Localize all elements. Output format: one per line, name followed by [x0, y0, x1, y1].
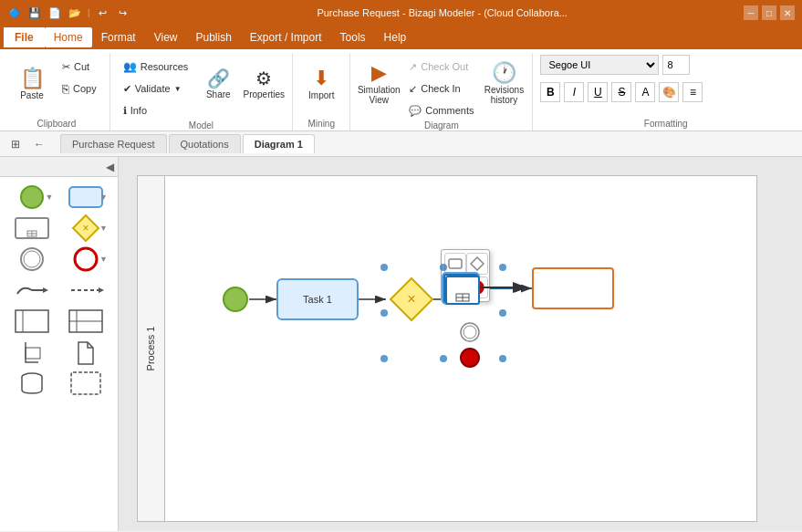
formatting-content: Segoe UI Arial Times New Roman B I U S A… [540, 55, 791, 119]
resources-icon: 👥 [123, 60, 137, 73]
svg-rect-19 [26, 348, 40, 359]
new-icon[interactable]: 📄 [47, 5, 62, 20]
menu-view[interactable]: View [145, 27, 187, 47]
italic-button[interactable]: I [564, 82, 584, 102]
font-size-input[interactable] [662, 55, 690, 75]
paste-button[interactable]: 📋 Paste [11, 55, 53, 111]
text-annotation-tool[interactable] [5, 338, 58, 367]
validate-button[interactable]: ✔ Validate ▼ [118, 78, 194, 99]
group-tool[interactable] [60, 369, 113, 398]
gateway-tool[interactable]: × ▼ [60, 214, 113, 243]
highlight-button[interactable]: 🎨 [659, 82, 679, 102]
back-button[interactable]: ← [29, 134, 49, 154]
maximize-button[interactable]: □ [762, 5, 776, 20]
task-dropdown[interactable]: ▼ [99, 193, 108, 202]
share-button[interactable]: 🔗 Share [197, 55, 239, 111]
share-label: Share [206, 89, 231, 99]
properties-button[interactable]: ⚙ Properties [243, 55, 285, 111]
svg-point-42 [499, 264, 506, 271]
tab-diagram-1[interactable]: Diagram 1 [243, 134, 315, 153]
start-event-tool[interactable]: ▼ [5, 183, 58, 212]
tab-quotations[interactable]: Quotations [169, 134, 241, 153]
validate-icon: ✔ [123, 83, 131, 95]
cut-button[interactable]: ✂ Cut [57, 57, 102, 77]
task-tool[interactable]: ▼ [60, 183, 113, 212]
resources-label: Resources [141, 61, 189, 72]
main-area: ◀ ▼ ▼ [0, 157, 802, 531]
menu-help[interactable]: Help [375, 27, 416, 47]
open-icon[interactable]: 📂 [68, 5, 82, 20]
simulation-view-button[interactable]: ▶ SimulationView [358, 55, 400, 111]
strikethrough-button[interactable]: S [611, 82, 631, 102]
revisions-history-button[interactable]: 🕐 Revisionshistory [483, 55, 525, 111]
zoom-toggle-button[interactable]: ⊞ [5, 134, 26, 154]
menu-file[interactable]: File [4, 27, 45, 47]
menu-tools[interactable]: Tools [331, 27, 375, 47]
collapse-panel-button[interactable]: ◀ [106, 161, 114, 173]
model-left-col: 👥 Resources ✔ Validate ▼ ℹ Info [118, 55, 194, 120]
check-in-button[interactable]: ↙ Check In [403, 78, 479, 99]
canvas-area[interactable]: Process 1 [119, 157, 802, 531]
cut-icon: ✂ [62, 61, 70, 73]
gateway-dropdown[interactable]: ▼ [99, 224, 108, 233]
minimize-button[interactable]: ─ [744, 5, 758, 20]
start-event-dropdown[interactable]: ▼ [46, 193, 54, 202]
mining-group: ⬇ Import Mining [293, 53, 350, 130]
subprocess-icon [14, 216, 50, 240]
menu-export-import[interactable]: Export / Import [241, 27, 331, 47]
end-event-filled-element[interactable] [460, 348, 480, 370]
intermediate-event-tool[interactable] [5, 245, 58, 274]
simulation-label: SimulationView [358, 85, 401, 105]
check-out-button[interactable]: ↗ Check Out [403, 57, 479, 77]
info-label: Info [130, 105, 147, 116]
title-bar: 🔷 💾 📄 📂 | ↩ ↪ Purchase Request - Bizagi … [0, 0, 802, 26]
save-icon[interactable]: 💾 [27, 5, 42, 20]
subprocess-tool[interactable] [5, 214, 58, 243]
info-button[interactable]: ℹ Info [118, 100, 194, 120]
diagram-label: Diagram [358, 120, 525, 132]
end-event-tool[interactable]: ▼ [60, 245, 113, 274]
tab-purchase-request[interactable]: Purchase Request [60, 134, 167, 153]
selected-subprocess[interactable] [443, 274, 478, 303]
menu-publish[interactable]: Publish [187, 27, 241, 47]
data-store-tool[interactable] [5, 369, 58, 398]
gateway-icon: × [71, 214, 100, 243]
bold-button[interactable]: B [540, 82, 560, 102]
import-button[interactable]: ⬇ Import [300, 55, 342, 111]
import-icon: ⬇ [313, 67, 329, 90]
mining-content: ⬇ Import [300, 55, 342, 119]
close-button[interactable]: ✕ [780, 5, 795, 20]
check-in-icon: ↙ [409, 83, 417, 95]
start-event[interactable] [222, 286, 249, 316]
undo-icon[interactable]: ↩ [95, 5, 109, 20]
properties-icon: ⚙ [255, 68, 272, 89]
resources-button[interactable]: 👥 Resources [118, 57, 194, 77]
menu-home[interactable]: Home [45, 27, 92, 47]
diagram-canvas[interactable]: Process 1 [137, 175, 757, 522]
task1-element[interactable]: Task 1 [276, 278, 359, 320]
redo-icon[interactable]: ↪ [115, 5, 130, 20]
task1-label: Task 1 [303, 294, 332, 305]
font-name-select[interactable]: Segoe UI Arial Times New Roman [540, 55, 659, 75]
font-color-button[interactable]: A [635, 82, 655, 102]
pool-tool[interactable] [5, 307, 58, 336]
end-event-filled-shape [460, 348, 480, 368]
copy-button[interactable]: ⎘ Copy [57, 78, 102, 99]
diagram-group: ▶ SimulationView ↗ Check Out ↙ Check In … [350, 53, 533, 130]
svg-point-46 [440, 355, 447, 362]
end-event-dropdown[interactable]: ▼ [99, 255, 108, 264]
menu-format[interactable]: Format [92, 27, 145, 47]
data-store-icon [18, 370, 46, 397]
end-task-element[interactable] [532, 267, 614, 309]
sequence-flow-tool[interactable] [5, 276, 58, 305]
data-object-tool[interactable] [60, 338, 113, 367]
intermediate-event-element[interactable] [460, 322, 480, 345]
lane-tool[interactable] [60, 307, 113, 336]
message-flow-tool[interactable] [60, 276, 113, 305]
align-button[interactable]: ≡ [682, 82, 703, 102]
svg-text:×: × [83, 222, 89, 235]
underline-button[interactable]: U [588, 82, 608, 102]
svg-point-41 [440, 264, 447, 271]
comments-button[interactable]: 💬 Comments [403, 100, 479, 120]
clipboard-content: 📋 Paste ✂ Cut ⎘ Copy [11, 55, 102, 119]
